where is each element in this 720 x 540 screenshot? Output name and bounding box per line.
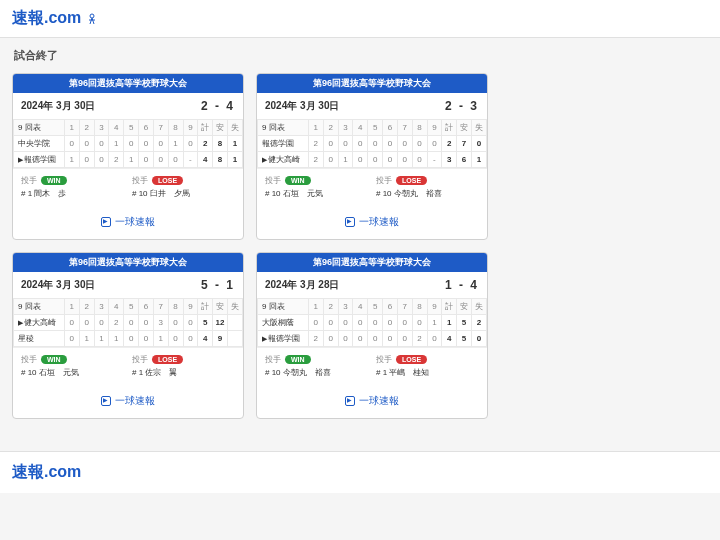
- inning-score: 0: [338, 331, 353, 347]
- inning-score: 0: [183, 136, 198, 152]
- link-row: 一球速報: [13, 384, 243, 418]
- total-score: 1: [442, 315, 457, 331]
- win-badge: WIN: [285, 355, 311, 364]
- inning-score: 2: [109, 152, 124, 168]
- lose-pitcher: 投手LOSE# 1 佐宗 翼: [132, 354, 235, 378]
- live-link[interactable]: 一球速報: [345, 215, 399, 229]
- inning-score: -: [183, 152, 198, 168]
- inning-score: 0: [368, 331, 383, 347]
- play-icon: [345, 396, 355, 406]
- inning-score: 2: [308, 136, 323, 152]
- tournament-name: 第96回選抜高等学校野球大会: [257, 74, 487, 93]
- inning-score: 2: [412, 331, 427, 347]
- link-label: 一球速報: [115, 215, 155, 229]
- pitcher-name: # 1 間木 歩: [21, 188, 124, 199]
- inning-score: 1: [153, 331, 168, 347]
- inning-score: 0: [124, 331, 139, 347]
- total-score: 5: [457, 331, 472, 347]
- inning-col: 2: [79, 299, 94, 315]
- link-label: 一球速報: [359, 394, 399, 408]
- inning-header-label: 9 回表: [14, 120, 65, 136]
- logo-icon: [85, 12, 99, 26]
- pitchers-row: 投手WIN# 10 石垣 元気投手LOSE# 1 佐宗 翼: [13, 347, 243, 384]
- inning-score: 0: [94, 152, 109, 168]
- inning-col: 1: [64, 120, 79, 136]
- total-col: 失: [227, 299, 242, 315]
- inning-col: 1: [308, 120, 323, 136]
- live-link[interactable]: 一球速報: [345, 394, 399, 408]
- inning-col: 9: [427, 120, 442, 136]
- inning-score: 0: [64, 315, 79, 331]
- pitcher-name: # 10 石垣 元気: [265, 188, 368, 199]
- inning-col: 8: [168, 299, 183, 315]
- inning-score: 0: [139, 152, 154, 168]
- pitcher-label: 投手: [265, 355, 281, 364]
- total-score: 1: [227, 152, 242, 168]
- inning-table: 9 回表123456789計安失大阪桐蔭000000001152報徳学園2000…: [257, 298, 487, 347]
- inning-col: 7: [397, 120, 412, 136]
- lose-badge: LOSE: [152, 355, 183, 364]
- pitcher-name: # 10 臼井 夕馬: [132, 188, 235, 199]
- team-name: 健大高崎: [258, 152, 309, 168]
- team-name: 中央学院: [14, 136, 65, 152]
- inning-col: 6: [383, 299, 398, 315]
- inning-score: 0: [308, 315, 323, 331]
- footer-logo[interactable]: 速報.com: [12, 462, 708, 483]
- inning-score: 0: [64, 331, 79, 347]
- inning-score: 0: [427, 136, 442, 152]
- total-col: 失: [471, 120, 486, 136]
- total-col: 計: [442, 120, 457, 136]
- svg-point-0: [90, 14, 94, 18]
- lose-badge: LOSE: [152, 176, 183, 185]
- inning-score: 0: [368, 152, 383, 168]
- inning-score: 0: [168, 152, 183, 168]
- live-link[interactable]: 一球速報: [101, 215, 155, 229]
- total-score: 5: [198, 315, 213, 331]
- inning-score: 0: [412, 315, 427, 331]
- inning-col: 8: [412, 120, 427, 136]
- inning-score: 2: [109, 315, 124, 331]
- total-score: [227, 315, 242, 331]
- site-logo[interactable]: 速報.com: [12, 8, 708, 29]
- inning-score: 0: [124, 315, 139, 331]
- inning-col: 4: [109, 120, 124, 136]
- inning-header-label: 9 回表: [14, 299, 65, 315]
- section-title: 試合終了: [0, 38, 720, 73]
- inning-score: 0: [383, 152, 398, 168]
- inning-col: 2: [323, 120, 338, 136]
- inning-score: 0: [168, 315, 183, 331]
- pitchers-row: 投手WIN# 1 間木 歩投手LOSE# 10 臼井 夕馬: [13, 168, 243, 205]
- team-row: 報徳学園200000000270: [258, 136, 487, 152]
- inning-col: 9: [183, 120, 198, 136]
- score-summary: 5 - 1: [201, 278, 235, 292]
- inning-score: 1: [94, 331, 109, 347]
- total-col: 安: [457, 299, 472, 315]
- pitchers-row: 投手WIN# 10 石垣 元気投手LOSE# 10 今朝丸 裕喜: [257, 168, 487, 205]
- inning-col: 7: [153, 120, 168, 136]
- inning-col: 6: [139, 120, 154, 136]
- inning-score: 1: [109, 136, 124, 152]
- inning-score: 1: [64, 152, 79, 168]
- inning-col: 8: [168, 120, 183, 136]
- inning-header-label: 9 回表: [258, 120, 309, 136]
- inning-score: 0: [353, 152, 368, 168]
- inning-col: 7: [153, 299, 168, 315]
- game-date: 2024年 3月 28日: [265, 278, 340, 292]
- play-icon: [101, 396, 111, 406]
- pitcher-label: 投手: [21, 355, 37, 364]
- team-row: 健大高崎000200300512: [14, 315, 243, 331]
- pitcher-name: # 10 今朝丸 裕喜: [265, 367, 368, 378]
- inning-score: 2: [308, 152, 323, 168]
- inning-score: 0: [383, 331, 398, 347]
- inning-header-label: 9 回表: [258, 299, 309, 315]
- inning-score: 0: [94, 315, 109, 331]
- game-card: 第96回選抜高等学校野球大会2024年 3月 30日2 - 39 回表12345…: [256, 73, 488, 240]
- inning-col: 5: [124, 299, 139, 315]
- inning-score: 0: [338, 315, 353, 331]
- inning-score: 0: [153, 136, 168, 152]
- inning-score: 0: [383, 315, 398, 331]
- total-col: 計: [198, 299, 213, 315]
- inning-score: 0: [427, 331, 442, 347]
- team-name: 大阪桐蔭: [258, 315, 309, 331]
- live-link[interactable]: 一球速報: [101, 394, 155, 408]
